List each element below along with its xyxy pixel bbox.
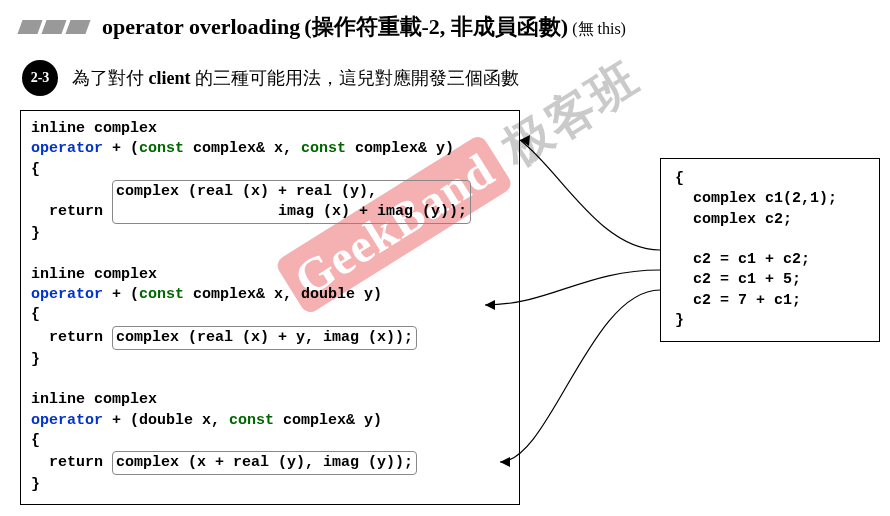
code-line: c2 = 7 + c1; bbox=[675, 292, 801, 309]
kw-operator: operator bbox=[31, 412, 103, 429]
code-box-right: { complex c1(2,1); complex c2; c2 = c1 +… bbox=[660, 158, 880, 342]
code-line: return bbox=[31, 203, 112, 220]
code-line: complex c2; bbox=[675, 211, 792, 228]
kw-const: const bbox=[139, 140, 184, 157]
header-slashes-icon bbox=[20, 20, 88, 34]
code-line: complex& x, bbox=[184, 140, 301, 157]
code-line: + ( bbox=[103, 286, 139, 303]
code-line: { bbox=[31, 161, 40, 178]
intro-part2: 的三種可能用法，這兒對應開發三個函數 bbox=[191, 68, 520, 88]
kw-operator: operator bbox=[31, 140, 103, 157]
code-box-left: inline complex operator + (const complex… bbox=[20, 110, 520, 505]
title-note: (無 this) bbox=[572, 20, 626, 37]
code-line: complex c1(2,1); bbox=[675, 190, 837, 207]
kw-const: const bbox=[301, 140, 346, 157]
content-area: inline complex operator + (const complex… bbox=[20, 110, 870, 505]
header-title: operator overloading (操作符重載-2, 非成員函數) (無… bbox=[102, 12, 626, 42]
kw-const: const bbox=[139, 286, 184, 303]
title-en: operator overloading bbox=[102, 14, 300, 39]
svg-marker-0 bbox=[520, 135, 530, 146]
code-line: c2 = c1 + 5; bbox=[675, 271, 801, 288]
code-line: + (double x, bbox=[103, 412, 229, 429]
header: operator overloading (操作符重載-2, 非成員函數) (無… bbox=[20, 12, 870, 42]
intro-row: 2-3 為了對付 client 的三種可能用法，這兒對應開發三個函數 bbox=[22, 60, 870, 96]
code-line: { bbox=[31, 306, 40, 323]
code-line: c2 = c1 + c2; bbox=[675, 251, 810, 268]
intro-part1: 為了對付 bbox=[72, 68, 149, 88]
highlight-return-1: complex (real (x) + real (y), imag (x) +… bbox=[112, 180, 471, 225]
code-line: } bbox=[31, 225, 40, 242]
title-zh: (操作符重載-2, 非成員函數) bbox=[304, 14, 568, 39]
intro-bold: client bbox=[149, 68, 191, 88]
code-line: } bbox=[675, 312, 684, 329]
code-line: complex& y) bbox=[274, 412, 382, 429]
code-line: inline complex bbox=[31, 120, 157, 137]
kw-operator: operator bbox=[31, 286, 103, 303]
code-line: return bbox=[31, 329, 112, 346]
code-line: { bbox=[675, 170, 684, 187]
code-line: inline complex bbox=[31, 391, 157, 408]
code-line: imag (x) + imag (y)); bbox=[116, 203, 467, 220]
code-line: } bbox=[31, 351, 40, 368]
code-line: inline complex bbox=[31, 266, 157, 283]
code-line: } bbox=[31, 476, 40, 493]
code-line: complex& y) bbox=[346, 140, 454, 157]
highlight-return-2: complex (real (x) + y, imag (x)); bbox=[112, 326, 417, 350]
code-line: complex (real (x) + real (y), bbox=[116, 183, 377, 200]
code-line: + ( bbox=[103, 140, 139, 157]
kw-const: const bbox=[229, 412, 274, 429]
code-line: { bbox=[31, 432, 40, 449]
code-line: complex& x, double y) bbox=[184, 286, 382, 303]
intro-text: 為了對付 client 的三種可能用法，這兒對應開發三個函數 bbox=[72, 66, 519, 90]
highlight-return-3: complex (x + real (y), imag (y)); bbox=[112, 451, 417, 475]
code-line: return bbox=[31, 454, 112, 471]
number-badge: 2-3 bbox=[22, 60, 58, 96]
